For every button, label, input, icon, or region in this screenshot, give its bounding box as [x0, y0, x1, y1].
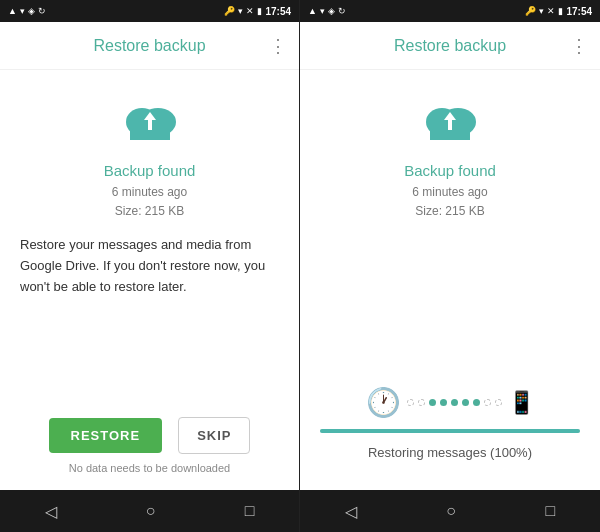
- wifi-icon: ▾: [20, 6, 25, 16]
- left-description: Restore your messages and media from Goo…: [20, 235, 279, 297]
- right-content-top: Backup found 6 minutes ago Size: 215 KB: [300, 70, 600, 280]
- battery-icon: ▮: [257, 6, 262, 16]
- left-recent-icon[interactable]: □: [245, 502, 255, 520]
- restore-button[interactable]: RESTORE: [49, 418, 163, 453]
- right-status-icons-right: 🔑 ▾ ✕ ▮ 17:54: [525, 6, 592, 17]
- dot-6: [462, 399, 469, 406]
- right-app-title: Restore backup: [316, 37, 584, 55]
- right-status-bar: ▲ ▾ ◈ ↻ 🔑 ▾ ✕ ▮ 17:54: [300, 0, 600, 22]
- left-status-icons: ▲ ▾ ◈ ↻: [8, 6, 220, 16]
- left-status-bar: ▲ ▾ ◈ ↻ 🔑 ▾ ✕ ▮ 17:54: [0, 0, 299, 22]
- restoring-label: Restoring messages (100%): [368, 445, 532, 460]
- signal-icon: ▲: [8, 6, 17, 16]
- right-backup-time: 6 minutes ago: [412, 183, 487, 202]
- right-backup-size: Size: 215 KB: [412, 202, 487, 221]
- sync-icon: ↻: [38, 6, 46, 16]
- right-cloud-icon-wrap: [418, 90, 482, 154]
- dot-2: [418, 399, 425, 406]
- progress-bar-fill: [320, 429, 580, 433]
- left-app-bar: Restore backup ⋮: [0, 22, 299, 70]
- dot-8: [484, 399, 491, 406]
- right-sync-icon: ↻: [338, 6, 346, 16]
- left-back-icon[interactable]: ◁: [45, 502, 57, 521]
- dot-9: [495, 399, 502, 406]
- left-backup-found: Backup found: [104, 162, 196, 179]
- left-menu-icon[interactable]: ⋮: [269, 35, 287, 57]
- right-time: 17:54: [566, 6, 592, 17]
- right-nav-bar: ◁ ○ □: [300, 490, 600, 532]
- right-battery-icon: ▮: [558, 6, 563, 16]
- right-wifi-icon: ▾: [320, 6, 325, 16]
- right-no-sim-icon: ✕: [547, 6, 555, 16]
- progress-dots: [407, 399, 502, 406]
- right-backup-found: Backup found: [404, 162, 496, 179]
- dot-1: [407, 399, 414, 406]
- right-progress-section: 🕐 📱 Rest: [300, 280, 600, 490]
- right-menu-icon[interactable]: ⋮: [570, 35, 588, 57]
- phone-icon: 📱: [508, 390, 535, 416]
- no-download-note: No data needs to be downloaded: [69, 462, 230, 474]
- left-time: 17:54: [265, 6, 291, 17]
- no-sim-icon: ✕: [246, 6, 254, 16]
- right-phone-screen: ▲ ▾ ◈ ↻ 🔑 ▾ ✕ ▮ 17:54 Restore backup ⋮: [300, 0, 600, 532]
- right-lock-icon: 🔑: [525, 6, 536, 16]
- lock-icon: 🔑: [224, 6, 235, 16]
- right-back-icon[interactable]: ◁: [345, 502, 357, 521]
- left-backup-size: Size: 215 KB: [112, 202, 187, 221]
- right-backup-meta: 6 minutes ago Size: 215 KB: [412, 183, 487, 221]
- cloud-upload-svg: [122, 98, 178, 146]
- left-phone-screen: ▲ ▾ ◈ ↻ 🔑 ▾ ✕ ▮ 17:54 Restore backup ⋮: [0, 0, 300, 532]
- wifi-signal-icon: ▾: [238, 6, 243, 16]
- progress-visual: 🕐 📱: [320, 386, 580, 419]
- history-icon: 🕐: [366, 386, 401, 419]
- right-location-icon: ◈: [328, 6, 335, 16]
- right-status-icons: 🔑 ▾ ✕ ▮ 17:54: [224, 6, 291, 17]
- cloud-icon-wrap: [118, 90, 182, 154]
- right-home-icon[interactable]: ○: [446, 502, 456, 520]
- dot-5: [451, 399, 458, 406]
- left-backup-meta: 6 minutes ago Size: 215 KB: [112, 183, 187, 221]
- right-cloud-upload-svg: [422, 98, 478, 146]
- right-signal-icon: ▲: [308, 6, 317, 16]
- left-home-icon[interactable]: ○: [146, 502, 156, 520]
- left-backup-time: 6 minutes ago: [112, 183, 187, 202]
- dot-3: [429, 399, 436, 406]
- location-icon: ◈: [28, 6, 35, 16]
- progress-bar-wrap: [320, 429, 580, 433]
- dot-7: [473, 399, 480, 406]
- skip-button[interactable]: SKIP: [178, 417, 250, 454]
- left-screen-bottom: RESTORE SKIP No data needs to be downloa…: [0, 407, 299, 490]
- right-wifi-signal-icon: ▾: [539, 6, 544, 16]
- right-status-icons-left: ▲ ▾ ◈ ↻: [308, 6, 521, 16]
- left-app-title: Restore backup: [16, 37, 283, 55]
- dot-4: [440, 399, 447, 406]
- action-buttons: RESTORE SKIP: [49, 417, 251, 454]
- left-content: Backup found 6 minutes ago Size: 215 KB …: [0, 70, 299, 407]
- right-app-bar: Restore backup ⋮: [300, 22, 600, 70]
- right-recent-icon[interactable]: □: [546, 502, 556, 520]
- left-nav-bar: ◁ ○ □: [0, 490, 299, 532]
